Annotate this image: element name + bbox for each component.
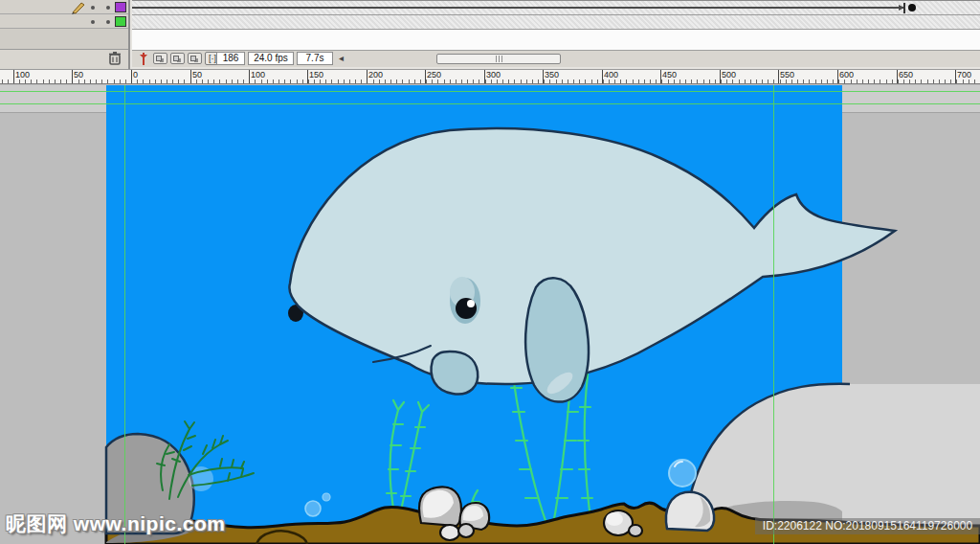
ruler-major-tick: 600 [837, 70, 838, 84]
ruler[interactable]: 1005005010015020025030035040045050055060… [0, 69, 980, 84]
center-playhead-icon[interactable] [140, 53, 147, 65]
ruler-major-tick: 400 [602, 70, 603, 84]
onion-skin-button[interactable] [153, 53, 167, 64]
current-frame-field[interactable]: 186 [216, 52, 245, 65]
keyframe-dot[interactable] [908, 4, 916, 11]
whale-small-flipper[interactable] [432, 351, 479, 394]
layer1-visibility-dot[interactable] [91, 6, 95, 10]
ruler-major-tick: 50 [72, 70, 73, 84]
stage-canvas[interactable] [0, 85, 980, 544]
pebble-by-big-rock[interactable] [666, 492, 714, 531]
ruler-major-tick: 350 [543, 70, 544, 84]
timeline-scroll-left-arrow[interactable]: ◂ [339, 53, 344, 63]
layer2-lock-dot[interactable] [106, 20, 110, 24]
ruler-major-tick: 0 [131, 70, 132, 84]
layer1-lock-dot[interactable] [106, 6, 110, 10]
site-watermark: 昵图网 www.nipic.com [6, 510, 225, 537]
ruler-major-tick: 250 [425, 70, 426, 84]
layer1-outline-color-swatch[interactable] [115, 2, 126, 12]
timeline-status-bar: [·] 186 24.0 fps 7.7s ◂ [132, 51, 980, 67]
layer2-visibility-dot[interactable] [91, 20, 95, 24]
ruler-major-tick: 100 [249, 70, 250, 84]
timeline-panel: [·] 186 24.0 fps 7.7s ◂ [0, 0, 980, 69]
ruler-major-tick: 300 [484, 70, 485, 84]
ruler-major-tick: 150 [307, 70, 308, 84]
layer2-frame-strip[interactable] [132, 15, 980, 30]
ruler-major-tick: 700 [955, 70, 956, 84]
layer1-frame-strip[interactable] [132, 0, 980, 15]
animation-editor-window: [·] 186 24.0 fps 7.7s ◂ 1005005010015020… [0, 0, 980, 544]
onion-skin-outlines-button[interactable] [170, 53, 185, 64]
elapsed-time-field[interactable]: 7.7s [297, 52, 333, 65]
ruler-major-tick: 100 [13, 70, 14, 84]
ruler-major-tick: 450 [660, 70, 661, 84]
delete-layer-trash-icon[interactable] [107, 51, 122, 65]
ruler-major-tick: 500 [720, 70, 721, 84]
layer-list-empty-area [0, 29, 128, 50]
layer-row-2[interactable] [0, 14, 128, 29]
edit-multiple-frames-button[interactable] [188, 53, 202, 64]
timeline-frames: [·] 186 24.0 fps 7.7s ◂ [132, 0, 980, 69]
ruler-major-tick: 200 [367, 70, 368, 84]
layer-list [0, 0, 130, 69]
tween-arrow [132, 7, 903, 9]
timeline-empty-area [132, 30, 980, 51]
layer-row-1[interactable] [0, 0, 128, 14]
ruler-major-tick: 650 [897, 70, 898, 84]
image-id-bar: ID:2206122 NO:20180915164119726000 [755, 518, 980, 534]
timeline-horizontal-scrollbar-thumb[interactable] [436, 54, 561, 64]
frame-rate-field[interactable]: 24.0 fps [248, 52, 294, 65]
layer2-outline-color-swatch[interactable] [115, 16, 126, 27]
ruler-major-tick: 550 [778, 70, 779, 84]
stage-area[interactable] [0, 85, 980, 544]
ruler-major-tick: 50 [190, 70, 191, 84]
tween-span-end [903, 3, 905, 13]
layer-controls-bar [0, 50, 128, 66]
pencil-edit-icon [69, 0, 86, 14]
